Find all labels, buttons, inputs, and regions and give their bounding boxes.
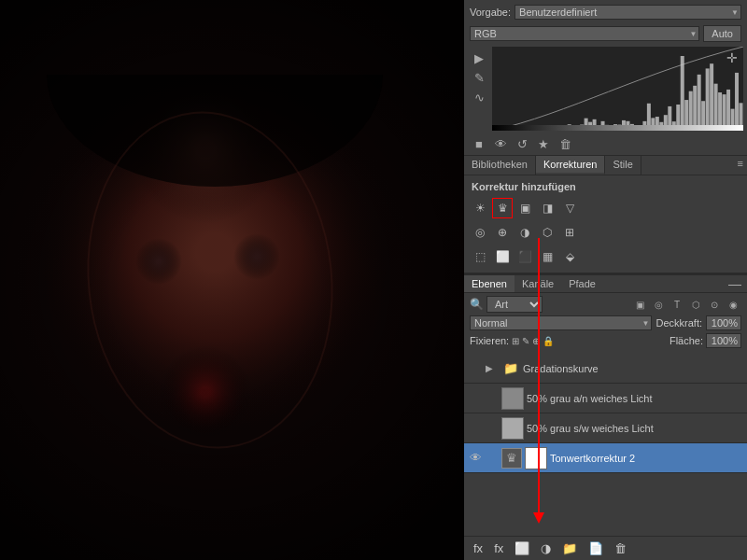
layer-visibility-icon[interactable]: 👁 (468, 451, 483, 465)
filter-icon1[interactable]: ▣ (631, 296, 648, 313)
opacity-input[interactable] (706, 315, 741, 330)
fix-lock-icon[interactable]: 🔒 (543, 336, 554, 346)
histogram-area: ✛ (492, 47, 743, 131)
adj-icons-row-3: ⬚ ⬜ ⬛ ▦ ⬙ (464, 245, 747, 269)
adj-selective-icon[interactable]: ⬙ (559, 246, 580, 267)
add-style-button[interactable]: fx (490, 539, 507, 557)
layer-thumbnail (501, 387, 524, 410)
adj-levels-icon[interactable]: ▣ (514, 198, 535, 218)
filter-icon4[interactable]: ⬡ (687, 296, 704, 313)
layers-list: 👁 ▶ 📁 Gradationskurve 👁 50% grau a/n wei… (464, 354, 747, 536)
adj-title: Korrektur hinzufügen (464, 179, 747, 196)
filter-icon5[interactable]: ⊙ (706, 296, 723, 313)
canvas-area (0, 0, 464, 560)
layer-item[interactable]: 👁 50% grau a/n weiches Licht (464, 384, 747, 413)
delete-layer-button[interactable]: 🗑 (611, 539, 630, 557)
adj-posterize-icon[interactable]: ⬜ (492, 246, 513, 267)
adj-bw-icon[interactable]: ◑ (514, 222, 535, 243)
adj-icons-row-2: ◎ ⊕ ◑ ⬡ ⊞ (464, 220, 747, 245)
panel-collapse-icon[interactable]: — (723, 276, 747, 291)
adj-vibrance-icon[interactable]: ▽ (559, 198, 580, 218)
layers-panel: Ebenen Kanäle Pfade — 🔍 Art ▣ ◎ T ⬡ ⊙ ◉ (464, 274, 747, 560)
tabs-row: Bibliotheken Korrekturen Stile ≡ (464, 156, 747, 175)
portrait-canvas (0, 0, 464, 560)
opacity-label: Deckkraft: (655, 317, 702, 329)
new-group-button[interactable]: 📁 (558, 539, 581, 557)
curves-mask-icon[interactable]: ★ (534, 134, 553, 153)
panel-options-icon[interactable]: ≡ (734, 156, 747, 175)
adj-gradient-icon[interactable]: ▦ (537, 246, 557, 267)
curves-bottom-icon-row: ■ 👁 ↺ ★ 🗑 (464, 133, 747, 155)
filter-toggle[interactable]: ◉ (725, 296, 741, 313)
curves-reset-icon[interactable]: ↺ (513, 134, 531, 153)
flache-input[interactable] (706, 333, 741, 348)
fix-brush-icon[interactable]: ✎ (522, 336, 529, 346)
layer-adj-icon: ♛ (501, 448, 522, 469)
adj-icons-row-1: ☀ ♛ ▣ ◨ ▽ (464, 196, 747, 220)
link-layers-button[interactable]: fx (470, 539, 486, 557)
right-panel: Vorgabe: Benutzerdefiniert RGB Auto ▶ ✎ (464, 0, 747, 560)
adj-brightness-icon[interactable]: ☀ (470, 198, 490, 218)
filter-icon2[interactable]: ◎ (650, 296, 667, 313)
layer-name: Tonwertkorrektur 2 (550, 453, 743, 464)
adj-hue-icon[interactable]: ◎ (470, 222, 490, 243)
fix-move-icon[interactable]: ⊞ (512, 336, 519, 346)
fix-position-icon[interactable]: ⊕ (532, 336, 540, 346)
tab-korrekturen[interactable]: Korrekturen (536, 156, 605, 175)
layer-name: 50% grau a/n weiches Licht (527, 393, 743, 404)
layer-expand-icon[interactable]: ▶ (486, 363, 499, 373)
tab-kanale[interactable]: Kanäle (514, 275, 561, 292)
curves-pencil-icon[interactable]: ✎ (470, 68, 488, 87)
layers-bottom-toolbar: fx fx ⬜ ◑ 📁 📄 🗑 (464, 536, 747, 560)
tab-pfade[interactable]: Pfade (561, 275, 603, 292)
curves-ctrl-icon[interactable]: ■ (470, 134, 488, 153)
layer-item[interactable]: 👁 ♛ Tonwertkorrektur 2 (464, 443, 747, 473)
preset-dropdown[interactable]: Benutzerdefiniert (514, 5, 741, 20)
curves-delete-icon[interactable]: 🗑 (556, 134, 574, 153)
adj-colorbalance-icon[interactable]: ⊕ (492, 222, 513, 243)
new-adj-button[interactable]: ◑ (537, 539, 555, 557)
new-layer-button[interactable]: 📄 (585, 539, 607, 557)
layer-visibility-icon[interactable]: 👁 (468, 421, 483, 435)
layer-group-folder-icon: 📁 (501, 359, 520, 378)
curves-tools-col: ▶ ✎ ∿ (468, 47, 490, 131)
filter-dropdown[interactable]: Art (486, 296, 543, 313)
layer-name: Gradationskurve (523, 363, 743, 374)
curves-panel: Vorgabe: Benutzerdefiniert RGB Auto ▶ ✎ (464, 0, 747, 274)
auto-button[interactable]: Auto (703, 25, 741, 42)
tab-bibliotheken[interactable]: Bibliotheken (464, 156, 536, 175)
channel-dropdown[interactable]: RGB (470, 26, 699, 41)
adj-channelmixer-icon[interactable]: ⊞ (559, 222, 580, 243)
layer-mask-thumbnail (525, 447, 547, 469)
tab-ebenen[interactable]: Ebenen (464, 275, 514, 292)
fixieren-label: Fixieren: (470, 335, 509, 346)
add-mask-button[interactable]: ⬜ (511, 539, 533, 557)
layer-name: 50% grau s/w weiches Licht (527, 423, 743, 434)
filter-icon3[interactable]: T (669, 296, 685, 313)
layers-controls: 🔍 Art ▣ ◎ T ⬡ ⊙ ◉ Normal (464, 293, 747, 354)
adj-threshold-icon[interactable]: ⬛ (514, 246, 535, 267)
crosshair-icon[interactable]: ✛ (726, 50, 738, 65)
layer-thumbnail (501, 417, 524, 440)
blend-mode-dropdown[interactable]: Normal (470, 315, 652, 330)
adj-photofilter-icon[interactable]: ⬡ (537, 222, 557, 243)
adj-invert-icon[interactable]: ⬚ (470, 246, 490, 267)
layers-header: Ebenen Kanäle Pfade — (464, 274, 747, 293)
search-icon: 🔍 (470, 298, 484, 311)
layer-item[interactable]: 👁 ▶ 📁 Gradationskurve (464, 354, 747, 384)
curves-eye-icon[interactable]: 👁 (491, 134, 510, 153)
tab-stile[interactable]: Stile (605, 156, 641, 175)
curves-smooth-icon[interactable]: ∿ (470, 88, 488, 106)
adjustments-panel: Korrektur hinzufügen ☀ ♛ ▣ ◨ ▽ ◎ ⊕ ◑ ⬡ ⊞… (464, 175, 747, 273)
flache-label: Fläche: (669, 335, 703, 346)
adj-curves-icon[interactable]: ♛ (492, 198, 513, 218)
layer-item[interactable]: 👁 50% grau s/w weiches Licht (464, 413, 747, 443)
curves-pointer-icon[interactable]: ▶ (470, 49, 488, 67)
preset-label: Vorgabe: (470, 7, 511, 18)
layer-visibility-icon[interactable]: 👁 (468, 391, 483, 405)
adj-exposure-icon[interactable]: ◨ (537, 198, 557, 218)
histogram-canvas (492, 47, 743, 131)
